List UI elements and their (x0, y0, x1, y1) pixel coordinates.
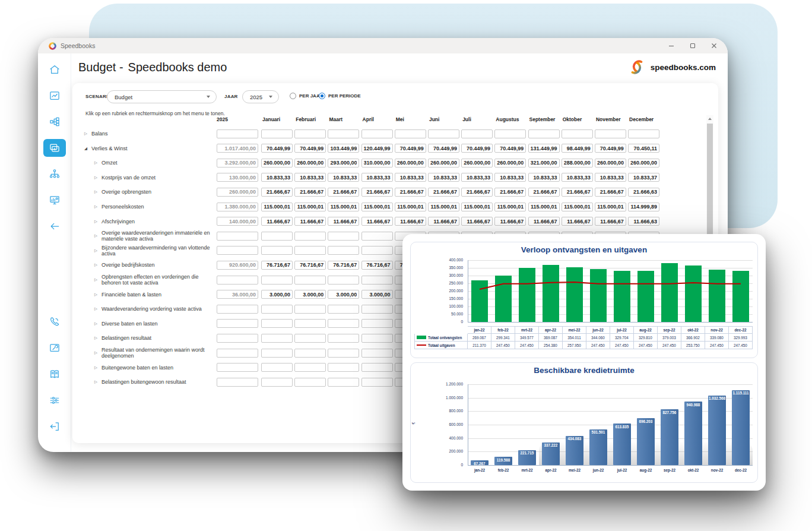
cell-input[interactable] (294, 188, 326, 197)
cell-input[interactable] (261, 217, 293, 226)
cell-input[interactable] (595, 188, 626, 197)
cell-input[interactable] (428, 217, 459, 226)
expand-caret-icon[interactable] (94, 189, 97, 194)
expand-caret-icon[interactable] (94, 263, 97, 267)
cell-input[interactable] (528, 217, 560, 226)
cell-input[interactable] (261, 261, 293, 270)
cell-input[interactable] (628, 188, 659, 197)
cell-input[interactable] (461, 159, 493, 167)
sidebar-item-manual[interactable] (43, 365, 66, 383)
cell-input[interactable] (261, 349, 293, 358)
expand-caret-icon[interactable] (94, 365, 97, 370)
cell-input[interactable] (261, 159, 293, 167)
scroll-up-icon[interactable] (708, 118, 712, 120)
cell-input[interactable] (528, 144, 560, 153)
cell-input[interactable] (562, 203, 593, 211)
year-cell-input[interactable] (217, 129, 258, 138)
cell-input[interactable] (328, 129, 359, 138)
cell-input[interactable] (294, 363, 326, 372)
cell-input[interactable] (361, 363, 393, 372)
scenario-dropdown[interactable]: Budget (107, 90, 217, 103)
cell-input[interactable] (494, 159, 526, 167)
cell-input[interactable] (562, 144, 593, 153)
cell-input[interactable] (562, 188, 593, 197)
expand-caret-icon[interactable] (94, 350, 97, 355)
expand-caret-icon[interactable] (94, 380, 97, 384)
cell-input[interactable] (428, 203, 459, 211)
cell-input[interactable] (395, 217, 426, 226)
cell-input[interactable] (328, 203, 359, 211)
cell-input[interactable] (294, 378, 326, 387)
cell-input[interactable] (628, 217, 659, 226)
cell-input[interactable] (294, 159, 326, 167)
cell-input[interactable] (395, 144, 426, 153)
sidebar-item-hierarchy[interactable] (43, 113, 66, 131)
cell-input[interactable] (261, 188, 293, 197)
jaar-dropdown[interactable]: 2025 (242, 90, 279, 103)
cell-input[interactable] (261, 363, 293, 372)
year-cell-input[interactable] (217, 144, 258, 153)
year-cell-input[interactable] (217, 261, 258, 270)
cell-input[interactable] (361, 378, 393, 387)
expand-caret-icon[interactable] (94, 306, 97, 311)
expand-caret-icon[interactable] (94, 292, 97, 297)
expand-caret-icon[interactable] (94, 336, 97, 340)
cell-input[interactable] (328, 334, 359, 343)
cell-input[interactable] (294, 129, 326, 138)
cell-input[interactable] (361, 276, 393, 285)
cell-input[interactable] (328, 217, 359, 226)
cell-input[interactable] (461, 173, 493, 182)
expand-caret-icon[interactable] (84, 146, 87, 151)
cell-input[interactable] (328, 378, 359, 387)
expand-caret-icon[interactable] (94, 233, 97, 238)
cell-input[interactable] (261, 232, 293, 241)
cell-input[interactable] (294, 261, 326, 270)
cell-input[interactable] (562, 159, 593, 167)
cell-input[interactable] (261, 319, 293, 328)
cell-input[interactable] (261, 144, 293, 153)
sidebar-item-home[interactable] (43, 61, 66, 78)
cell-input[interactable] (428, 159, 459, 167)
cell-input[interactable] (328, 173, 359, 182)
cell-input[interactable] (494, 173, 526, 182)
cell-input[interactable] (328, 349, 359, 358)
sidebar-item-monitor-report[interactable] (43, 191, 66, 209)
expand-caret-icon[interactable] (94, 277, 97, 282)
cell-input[interactable] (595, 203, 626, 211)
cell-input[interactable] (361, 173, 393, 182)
cell-input[interactable] (628, 203, 659, 211)
sidebar-item-sign-out[interactable] (43, 418, 66, 435)
year-cell-input[interactable] (217, 378, 258, 387)
cell-input[interactable] (328, 232, 359, 241)
cell-input[interactable] (328, 261, 359, 270)
cell-input[interactable] (461, 188, 493, 197)
year-cell-input[interactable] (217, 319, 258, 328)
cell-input[interactable] (361, 305, 393, 314)
cell-input[interactable] (361, 129, 393, 138)
sidebar-item-analytics[interactable] (43, 87, 66, 105)
radio-per-periode[interactable]: PER PERIODE (319, 93, 361, 99)
minimize-icon[interactable] (668, 43, 674, 49)
expand-caret-icon[interactable] (84, 131, 87, 136)
year-cell-input[interactable] (217, 159, 258, 167)
cell-input[interactable] (395, 129, 426, 138)
cell-input[interactable] (361, 232, 393, 241)
cell-input[interactable] (395, 173, 426, 182)
cell-input[interactable] (528, 203, 560, 211)
cell-input[interactable] (361, 217, 393, 226)
cell-input[interactable] (528, 188, 560, 197)
year-cell-input[interactable] (217, 349, 258, 358)
cell-input[interactable] (261, 203, 293, 211)
cell-input[interactable] (294, 203, 326, 211)
cell-input[interactable] (294, 349, 326, 358)
cell-input[interactable] (528, 173, 560, 182)
cell-input[interactable] (294, 319, 326, 328)
cell-input[interactable] (562, 173, 593, 182)
cell-input[interactable] (628, 159, 659, 167)
cell-input[interactable] (628, 173, 659, 182)
cell-input[interactable] (261, 173, 293, 182)
cell-input[interactable] (595, 217, 626, 226)
cell-input[interactable] (361, 144, 393, 153)
cell-input[interactable] (595, 173, 626, 182)
cell-input[interactable] (494, 144, 526, 153)
